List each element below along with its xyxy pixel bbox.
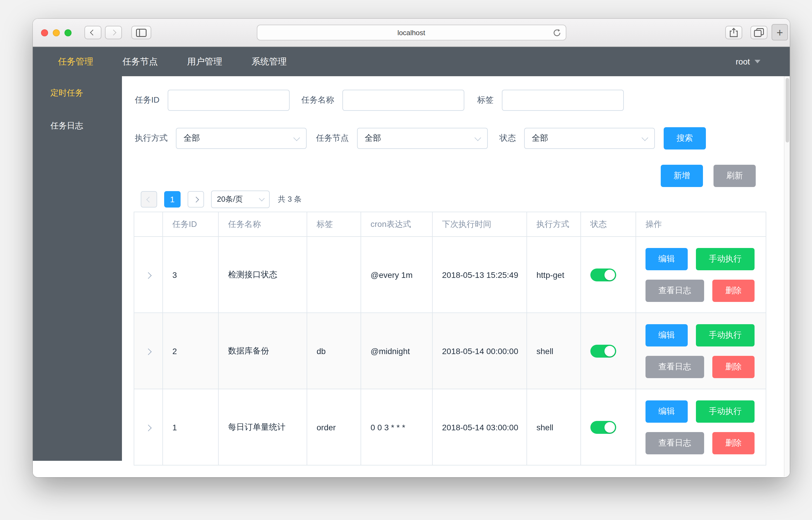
task-node-value: 全部	[365, 133, 381, 144]
cell-exec-type: shell	[527, 313, 581, 389]
prev-page-button[interactable]	[141, 191, 157, 208]
url-text: localhost	[397, 28, 425, 37]
view-log-button[interactable]: 查看日志	[646, 356, 704, 378]
col-header-operations: 操作	[636, 212, 766, 237]
forward-button[interactable]	[105, 26, 122, 39]
current-page[interactable]: 1	[164, 191, 181, 208]
delete-button[interactable]: 删除	[712, 279, 755, 302]
nav-item-task-management[interactable]: 任务管理	[43, 47, 108, 76]
view-log-button[interactable]: 查看日志	[646, 432, 704, 454]
nav-item-task-nodes[interactable]: 任务节点	[108, 47, 173, 76]
sidebar: 定时任务 任务日志	[33, 76, 122, 461]
next-page-button[interactable]	[188, 191, 204, 208]
task-node-label: 任务节点	[316, 133, 349, 144]
browser-window: localhost 任务管理 任务节点 用户管理 系统管理	[33, 19, 790, 477]
new-tab-button[interactable]: +	[771, 24, 788, 41]
exec-type-value: 全部	[184, 133, 200, 144]
task-id-input[interactable]	[168, 90, 290, 111]
col-header-tag: 标签	[307, 212, 361, 237]
filter-row-text: 任务ID 任务名称 标签	[135, 90, 790, 111]
expand-row-icon[interactable]	[145, 424, 152, 431]
col-header-next-time: 下次执行时间	[433, 212, 527, 237]
table-actions: 新增 刷新	[122, 165, 790, 187]
sidebar-toggle-button[interactable]	[131, 26, 151, 39]
status-toggle[interactable]	[591, 268, 616, 281]
page-size-value: 20条/页	[217, 194, 243, 205]
table-header-row: 任务ID 任务名称 标签 cron表达式 下次执行时间 执行方式 状态 操作	[134, 212, 766, 237]
close-button[interactable]	[41, 29, 48, 36]
share-button[interactable]	[725, 26, 742, 39]
chevron-left-icon	[146, 197, 152, 202]
back-button[interactable]	[84, 26, 101, 39]
sidebar-toggle-icon	[136, 28, 147, 37]
cell-exec-type: http-get	[527, 237, 581, 313]
status-toggle[interactable]	[591, 344, 616, 357]
delete-button[interactable]: 删除	[712, 356, 755, 378]
scrollbar-thumb[interactable]	[786, 78, 789, 142]
delete-button[interactable]: 删除	[712, 432, 755, 454]
search-button[interactable]: 搜索	[664, 127, 706, 150]
manual-run-button[interactable]: 手动执行	[696, 248, 755, 270]
browser-toolbar: localhost	[33, 19, 790, 47]
scrollbar[interactable]	[784, 76, 790, 477]
zoom-button[interactable]	[64, 29, 72, 36]
cell-task-name: 每日订单量统计	[218, 389, 307, 465]
table-row: 3 检测接口状态 @every 1m 2018-05-13 15:25:49 h…	[134, 237, 766, 313]
sidebar-item-scheduled-tasks[interactable]: 定时任务	[33, 76, 122, 109]
web-content: 任务管理 任务节点 用户管理 系统管理 root 定时任务 任务日志 任务ID	[33, 47, 790, 477]
edit-button[interactable]: 编辑	[646, 324, 688, 346]
col-header-exec-type: 执行方式	[527, 212, 581, 237]
edit-button[interactable]: 编辑	[646, 400, 688, 422]
pagination: 1 20条/页 共 3 条	[141, 190, 790, 208]
app-body: 定时任务 任务日志 任务ID 任务名称 标签 执行方式	[33, 76, 790, 477]
chevron-right-icon	[193, 197, 199, 202]
cell-cron: 0 0 3 * * *	[361, 389, 433, 465]
refresh-list-button[interactable]: 刷新	[713, 165, 756, 187]
cell-tag	[307, 237, 361, 313]
sidebar-item-task-logs[interactable]: 任务日志	[33, 109, 122, 142]
cell-exec-type: shell	[527, 389, 581, 465]
tag-input[interactable]	[502, 90, 624, 111]
address-bar[interactable]: localhost	[257, 25, 566, 41]
status-select[interactable]: 全部	[524, 128, 655, 149]
nav-item-user-management[interactable]: 用户管理	[173, 47, 237, 76]
manual-run-button[interactable]: 手动执行	[696, 400, 755, 422]
nav-item-system-management[interactable]: 系统管理	[237, 47, 302, 76]
cell-next-time: 2018-05-13 15:25:49	[433, 237, 527, 313]
total-count: 共 3 条	[278, 194, 302, 205]
view-log-button[interactable]: 查看日志	[646, 279, 704, 302]
col-header-status: 状态	[581, 212, 636, 237]
user-menu[interactable]: root	[736, 57, 760, 66]
edit-button[interactable]: 编辑	[646, 248, 688, 270]
task-node-select[interactable]: 全部	[357, 128, 488, 149]
tabs-icon	[754, 28, 764, 37]
expand-row-icon[interactable]	[145, 348, 152, 355]
history-nav	[84, 26, 122, 39]
refresh-icon	[553, 29, 561, 37]
status-toggle[interactable]	[591, 421, 616, 434]
cell-cron: @every 1m	[361, 237, 433, 313]
row-operations: 编辑 手动执行 查看日志 删除	[646, 318, 766, 384]
add-task-button[interactable]: 新增	[661, 165, 703, 187]
col-header-task-name: 任务名称	[218, 212, 307, 237]
exec-type-select[interactable]: 全部	[176, 128, 307, 149]
tabs-overview-button[interactable]	[751, 26, 767, 39]
refresh-button[interactable]	[553, 29, 561, 39]
username: root	[736, 57, 750, 66]
desktop: localhost 任务管理 任务节点 用户管理 系统管理	[0, 0, 812, 520]
row-operations: 编辑 手动执行 查看日志 删除	[646, 242, 766, 308]
main-content: 任务ID 任务名称 标签 执行方式 全部 任务节点	[122, 76, 790, 477]
cell-tag: order	[307, 389, 361, 465]
forward-icon	[110, 30, 116, 35]
col-header-cron: cron表达式	[361, 212, 433, 237]
back-icon	[90, 30, 96, 35]
manual-run-button[interactable]: 手动执行	[696, 324, 755, 346]
task-name-input[interactable]	[342, 90, 464, 111]
status-label: 状态	[499, 133, 516, 144]
cell-task-id: 2	[163, 313, 218, 389]
tasks-table: 任务ID 任务名称 标签 cron表达式 下次执行时间 执行方式 状态 操作	[134, 212, 766, 466]
status-value: 全部	[532, 133, 548, 144]
page-size-select[interactable]: 20条/页	[211, 190, 270, 208]
minimize-button[interactable]	[53, 29, 60, 36]
expand-row-icon[interactable]	[145, 272, 152, 279]
